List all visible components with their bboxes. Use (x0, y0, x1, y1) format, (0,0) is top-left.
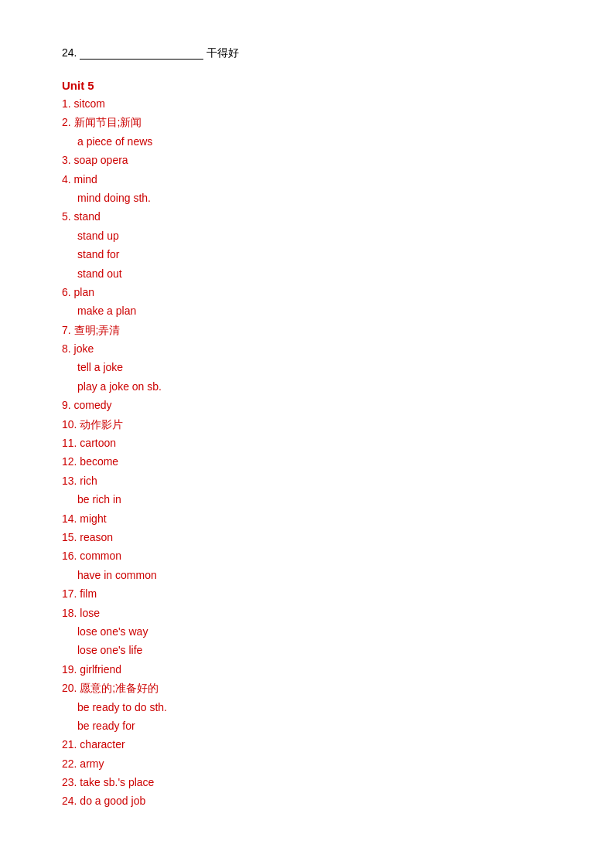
list-item-sub: stand for (62, 246, 552, 263)
list-item: 16. common (62, 547, 552, 564)
list-item: 12. become (62, 453, 552, 470)
list-item: 22. army (62, 755, 552, 772)
list-item-sub: lose one's way (62, 623, 552, 640)
list-item: 17. film (62, 585, 552, 602)
list-item: 1. sitcom (62, 95, 552, 112)
list-item: 6. plan (62, 284, 552, 301)
list-item: 14. might (62, 510, 552, 527)
list-item: 20. 愿意的;准备好的 (62, 679, 552, 696)
list-item: 24. do a good job (62, 792, 552, 809)
top-suffix: 干得好 (206, 46, 239, 59)
top-blank (80, 46, 203, 60)
unit-title: Unit 5 (62, 79, 552, 92)
list-item: 9. comedy (62, 397, 552, 414)
list-item-sub: be ready to do sth. (62, 699, 552, 716)
list-item: 3. soap opera (62, 151, 552, 168)
top-number: 24. (62, 46, 77, 59)
list-item: 8. joke (62, 340, 552, 357)
list-item: 15. reason (62, 529, 552, 546)
list-item: 11. cartoon (62, 434, 552, 451)
list-item: 4. mind (62, 171, 552, 188)
list-item-sub: stand up (62, 227, 552, 244)
list-item-sub: be ready for (62, 717, 552, 734)
list-item-sub: lose one's life (62, 642, 552, 659)
list-item-sub: make a plan (62, 302, 552, 319)
list-item-sub: play a joke on sb. (62, 378, 552, 395)
list-item: 13. rich (62, 472, 552, 489)
list-item-sub: have in common (62, 567, 552, 584)
list-item: 23. take sb.'s place (62, 774, 552, 791)
list-item: 10. 动作影片 (62, 416, 552, 433)
list-item: 2. 新闻节目;新闻 (62, 114, 552, 131)
list-item-sub: mind doing sth. (62, 189, 552, 206)
top-line: 24. 干得好 (62, 46, 552, 60)
list-item: 19. girlfriend (62, 661, 552, 678)
list-item: 5. stand (62, 208, 552, 225)
list-item-sub: stand out (62, 265, 552, 282)
list-item: 7. 查明;弄清 (62, 322, 552, 339)
unit-items-container: 1. sitcom2. 新闻节目;新闻a piece of news3. soa… (62, 95, 552, 810)
list-item-sub: tell a joke (62, 359, 552, 376)
list-item: 21. character (62, 736, 552, 753)
list-item-sub: a piece of news (62, 133, 552, 150)
list-item-sub: be rich in (62, 491, 552, 508)
list-item: 18. lose (62, 604, 552, 621)
